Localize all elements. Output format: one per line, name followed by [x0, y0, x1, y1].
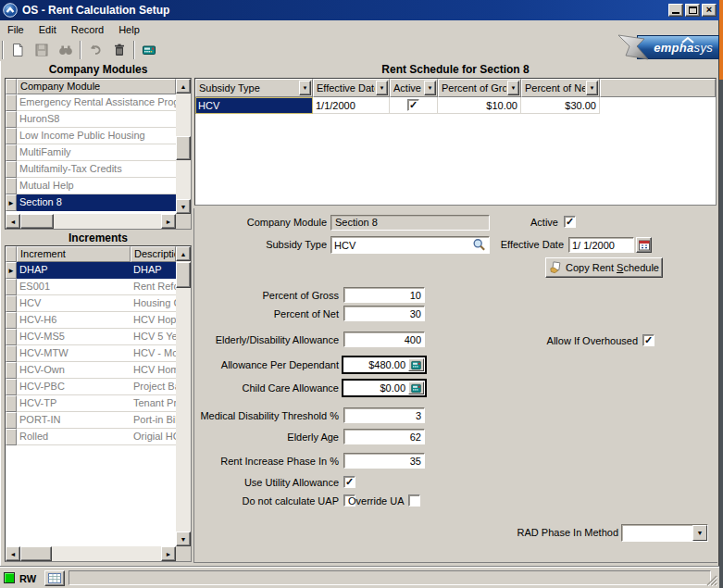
- list-item[interactable]: PORT-INPort-in Bill: [6, 412, 176, 429]
- percent-of-net-input[interactable]: [343, 306, 425, 321]
- close-button[interactable]: ×: [702, 4, 717, 17]
- scroll-thumb[interactable]: [176, 136, 191, 160]
- menu-item-edit[interactable]: Edit: [31, 22, 64, 37]
- filter-dropdown-button[interactable]: ▼: [424, 81, 436, 95]
- resize-grip[interactable]: [705, 574, 717, 586]
- scroll-down-button[interactable]: ▼: [176, 532, 191, 546]
- rent-increase-phase-in-input[interactable]: [343, 453, 425, 469]
- effective-date-field[interactable]: [568, 237, 634, 253]
- description-column-header[interactable]: Descriptio: [131, 246, 176, 262]
- override-ua-checkbox[interactable]: [408, 494, 420, 507]
- row-selector[interactable]: [6, 144, 17, 161]
- find-button[interactable]: [55, 40, 77, 60]
- title-bar[interactable]: OS - Rent Calculation Setup ×: [0, 0, 719, 20]
- copy-rent-schedule-button[interactable]: Copy Rent Schedule: [545, 257, 663, 278]
- list-item[interactable]: HCV-TPTenant Pr: [6, 395, 176, 412]
- list-item[interactable]: Emergency Rental Assistance Progra: [6, 94, 176, 111]
- allowance-per-dependant-field[interactable]: $480.00: [342, 356, 427, 374]
- list-item-selected[interactable]: ►Section 8: [6, 194, 176, 211]
- undo-button[interactable]: [84, 40, 106, 60]
- vertical-scrollbar[interactable]: ▲ ▼: [176, 79, 191, 214]
- percent-of-gross-cell[interactable]: $10.00: [438, 97, 521, 114]
- subsidy-type-field[interactable]: [330, 236, 490, 254]
- row-selector[interactable]: [6, 345, 17, 362]
- list-item[interactable]: Low Income Public Housing: [6, 128, 176, 144]
- horizontal-scrollbar[interactable]: ◄ ►: [6, 546, 176, 561]
- list-item[interactable]: HCV-PBCProject Ba: [6, 379, 176, 395]
- row-selector[interactable]: [6, 295, 17, 312]
- dropdown-button[interactable]: ▼: [692, 525, 707, 541]
- row-selector[interactable]: [6, 412, 17, 429]
- menu-item-file[interactable]: File: [0, 22, 31, 37]
- elderly-disability-allowance-input[interactable]: [343, 332, 425, 347]
- menu-item-record[interactable]: Record: [64, 22, 111, 37]
- calculator-button[interactable]: [408, 382, 424, 394]
- percent-of-gross-input[interactable]: [343, 287, 425, 303]
- calendar-button[interactable]: [636, 237, 652, 253]
- save-button[interactable]: [31, 40, 53, 60]
- calculator-button[interactable]: [138, 40, 160, 60]
- list-item[interactable]: Multifamily-Tax Credits: [6, 161, 176, 178]
- filter-dropdown-button[interactable]: ▼: [507, 81, 519, 95]
- row-selector[interactable]: [6, 178, 17, 194]
- use-utility-allowance-checkbox[interactable]: ✓: [343, 476, 355, 488]
- list-item[interactable]: HuronS8: [6, 111, 176, 128]
- row-selector[interactable]: [6, 379, 17, 395]
- scroll-thumb[interactable]: [20, 214, 54, 229]
- row-selector[interactable]: [6, 395, 17, 412]
- list-item-selected[interactable]: ►DHAPDHAP: [6, 262, 176, 279]
- scroll-up-button[interactable]: ▲: [176, 246, 191, 261]
- scroll-left-button[interactable]: ◄: [6, 546, 20, 561]
- list-item[interactable]: ES001Rent Refo: [6, 279, 176, 295]
- row-selector[interactable]: [6, 429, 17, 445]
- medical-disability-threshold-input[interactable]: [343, 407, 425, 423]
- list-item[interactable]: Mutual Help: [6, 178, 176, 194]
- elderly-age-input[interactable]: [343, 429, 425, 444]
- list-item[interactable]: HCVHousing C: [6, 295, 176, 312]
- row-selector[interactable]: [6, 111, 17, 128]
- list-item[interactable]: MultiFamily: [6, 144, 176, 161]
- table-row[interactable]: HCV 1/1/2000 ✓ $10.00 $30.00: [195, 97, 716, 114]
- row-selector[interactable]: [6, 279, 17, 295]
- scroll-thumb[interactable]: [176, 262, 191, 288]
- list-item[interactable]: HCV-MTWHCV - Mov: [6, 345, 176, 362]
- subsidy-type-cell[interactable]: HCV: [195, 97, 313, 114]
- row-selector[interactable]: [6, 128, 17, 144]
- scroll-right-button[interactable]: ►: [161, 214, 176, 229]
- lookup-button[interactable]: [469, 237, 488, 253]
- filter-dropdown-button[interactable]: ▼: [299, 81, 311, 95]
- menu-item-help[interactable]: Help: [111, 22, 147, 37]
- effective-date-cell[interactable]: 1/1/2000: [313, 97, 390, 114]
- maximize-button[interactable]: [685, 4, 700, 17]
- row-selector[interactable]: [6, 312, 17, 329]
- row-selector[interactable]: [6, 329, 17, 345]
- percent-of-net-cell[interactable]: $30.00: [521, 97, 600, 114]
- rad-phase-in-method-select[interactable]: ▼: [621, 524, 708, 542]
- list-item[interactable]: HCV-H6HCV Hope: [6, 312, 176, 329]
- row-selector[interactable]: [6, 94, 17, 111]
- vertical-scrollbar[interactable]: ▲ ▼: [176, 246, 191, 546]
- horizontal-scrollbar[interactable]: ◄ ►: [6, 214, 176, 229]
- increment-column-header[interactable]: Increment: [17, 246, 131, 262]
- filter-dropdown-button[interactable]: ▼: [586, 81, 598, 95]
- calculator-button[interactable]: [408, 358, 424, 371]
- filter-dropdown-button[interactable]: ▼: [376, 81, 388, 95]
- scroll-thumb[interactable]: [20, 546, 52, 561]
- status-grid-button[interactable]: [44, 570, 65, 586]
- list-item[interactable]: HCV-MS5HCV 5 Ye: [6, 329, 176, 345]
- row-marker-icon[interactable]: ►: [6, 262, 17, 279]
- minimize-button[interactable]: [668, 4, 683, 17]
- active-checkbox[interactable]: ✓: [564, 216, 576, 228]
- company-module-column-header[interactable]: Company Module: [17, 79, 176, 94]
- row-selector[interactable]: [6, 161, 17, 178]
- allow-if-overhoused-checkbox[interactable]: ✓: [642, 334, 654, 346]
- child-care-allowance-field[interactable]: $0.00: [342, 379, 427, 397]
- list-item[interactable]: HCV-OwnHCV Hom: [6, 362, 176, 379]
- scroll-up-button[interactable]: ▲: [176, 79, 191, 94]
- scroll-right-button[interactable]: ►: [161, 546, 176, 561]
- scroll-down-button[interactable]: ▼: [176, 199, 191, 214]
- list-item[interactable]: RolledOrigial HC: [6, 429, 176, 445]
- new-record-button[interactable]: [6, 40, 29, 60]
- active-checkbox[interactable]: ✓: [407, 99, 419, 111]
- scroll-left-button[interactable]: ◄: [6, 214, 20, 229]
